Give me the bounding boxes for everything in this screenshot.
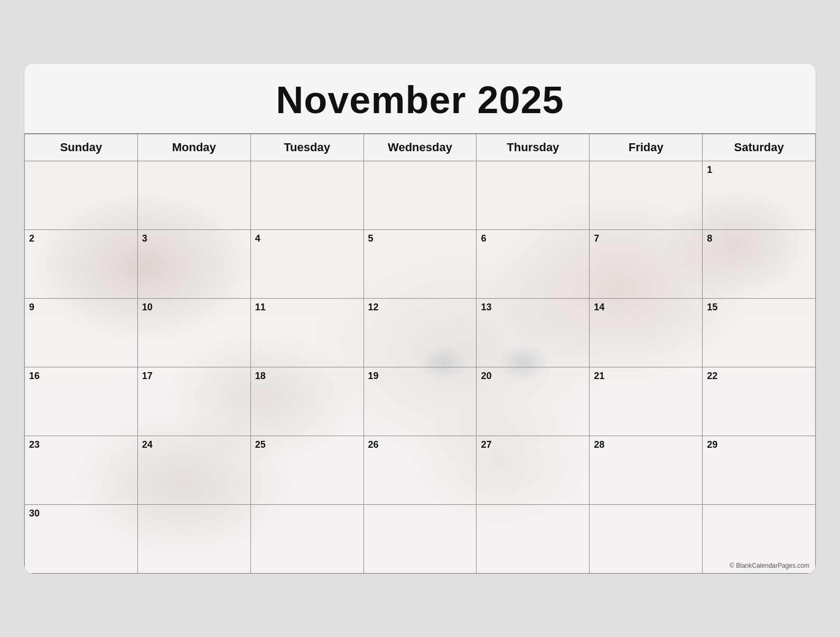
day-cell-2: 2 (25, 230, 138, 299)
day-cell-29: 29 (703, 436, 816, 505)
day-cell-6: 6 (477, 230, 590, 299)
day-cell-4: 4 (251, 230, 364, 299)
day-header-tuesday: Tuesday (251, 134, 364, 161)
day-cell-10: 10 (138, 299, 251, 367)
day-cell-empty-5 (477, 161, 590, 230)
day-cell-13: 13 (477, 299, 590, 367)
day-cell-24: 24 (138, 436, 251, 505)
day-cell-8: 8 (703, 230, 816, 299)
day-cell-empty-7 (138, 505, 251, 574)
day-cell-16: 16 (25, 367, 138, 436)
day-header-friday: Friday (590, 134, 703, 161)
day-cell-empty-11 (590, 505, 703, 574)
day-cell-empty-2 (138, 161, 251, 230)
day-cell-1: 1 (703, 161, 816, 230)
day-cell-22: 22 (703, 367, 816, 436)
day-cell-21: 21 (590, 367, 703, 436)
calendar-container: November 2025 Sunday Monday Tuesday Wedn… (24, 63, 816, 574)
day-cell-empty-3 (251, 161, 364, 230)
day-cell-12: 12 (364, 299, 477, 367)
day-cell-23: 23 (25, 436, 138, 505)
day-cell-empty-8 (251, 505, 364, 574)
day-cell-30: 30 (25, 505, 138, 574)
day-cell-3: 3 (138, 230, 251, 299)
day-cell-empty-4 (364, 161, 477, 230)
day-cell-27: 27 (477, 436, 590, 505)
calendar-header: November 2025 (24, 63, 816, 134)
day-cell-28: 28 (590, 436, 703, 505)
day-cell-17: 17 (138, 367, 251, 436)
day-cell-19: 19 (364, 367, 477, 436)
day-cell-empty-10 (477, 505, 590, 574)
day-cell-7: 7 (590, 230, 703, 299)
day-cell-empty-9 (364, 505, 477, 574)
calendar-title: November 2025 (24, 78, 816, 122)
day-cell-empty-6 (590, 161, 703, 230)
day-cell-empty-1 (25, 161, 138, 230)
day-header-monday: Monday (138, 134, 251, 161)
day-cell-5: 5 (364, 230, 477, 299)
day-cell-14: 14 (590, 299, 703, 367)
day-cell-18: 18 (251, 367, 364, 436)
copyright-text: © BlankCalendarPages.com (730, 562, 809, 569)
day-cell-26: 26 (364, 436, 477, 505)
day-header-wednesday: Wednesday (364, 134, 477, 161)
day-cell-9: 9 (25, 299, 138, 367)
day-header-thursday: Thursday (477, 134, 590, 161)
day-cell-25: 25 (251, 436, 364, 505)
day-header-sunday: Sunday (25, 134, 138, 161)
day-cell-15: 15 (703, 299, 816, 367)
day-cell-11: 11 (251, 299, 364, 367)
day-header-saturday: Saturday (703, 134, 816, 161)
day-cell-20: 20 (477, 367, 590, 436)
calendar-grid: Sunday Monday Tuesday Wednesday Thursday… (24, 134, 816, 574)
